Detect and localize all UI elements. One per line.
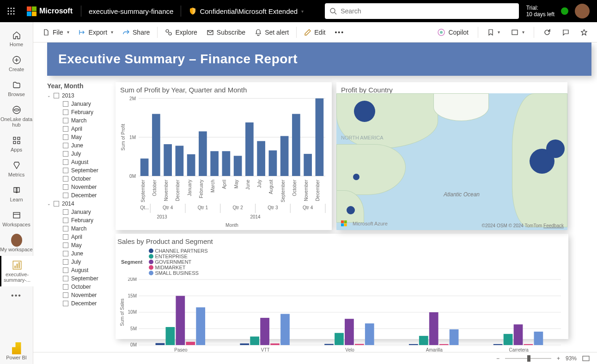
sales-by-product-chart[interactable]: Sales by Product and Segment Segment CHA… xyxy=(116,234,568,339)
month-label[interactable]: August xyxy=(71,159,88,165)
month-label[interactable]: September xyxy=(71,275,98,282)
month-label[interactable]: September xyxy=(71,167,98,174)
month-checkbox[interactable] xyxy=(63,118,68,123)
month-checkbox[interactable] xyxy=(63,243,68,248)
date-slicer[interactable]: Year, Month ⌄2013JanuaryFebruaryMarchApr… xyxy=(47,82,112,339)
nav-workspaces[interactable]: Workspaces xyxy=(0,206,33,231)
subscribe-button[interactable]: Subscribe xyxy=(203,27,249,38)
month-checkbox[interactable] xyxy=(63,292,68,298)
month-checkbox[interactable] xyxy=(63,284,68,290)
explore-button[interactable]: Explore xyxy=(161,27,201,38)
month-label[interactable]: July xyxy=(71,259,81,265)
month-label[interactable]: June xyxy=(71,250,83,257)
month-label[interactable]: October xyxy=(71,284,91,290)
month-checkbox[interactable] xyxy=(63,276,68,281)
month-checkbox[interactable] xyxy=(63,226,68,231)
file-menu[interactable]: File▾ xyxy=(39,27,73,38)
fit-page-icon[interactable] xyxy=(582,356,590,361)
nav-current-report[interactable]: executive-summary-... xyxy=(0,256,33,286)
zoom-slider[interactable] xyxy=(505,358,551,359)
copilot-button[interactable]: Copilot xyxy=(433,26,472,38)
year-label[interactable]: 2014 xyxy=(62,200,74,207)
month-checkbox[interactable] xyxy=(63,259,68,265)
month-checkbox[interactable] xyxy=(63,151,68,157)
nav-metrics[interactable]: Metrics xyxy=(0,156,33,181)
zoom-in[interactable]: + xyxy=(557,355,560,362)
month-label[interactable]: July xyxy=(71,151,81,157)
comment-button[interactable] xyxy=(558,27,573,38)
tree-caret-icon[interactable]: ⌄ xyxy=(47,93,51,98)
nav-learn[interactable]: Learn xyxy=(0,181,33,206)
favorite-button[interactable] xyxy=(577,27,591,38)
bookmark-button[interactable]: ▾ xyxy=(484,27,504,38)
month-checkbox[interactable] xyxy=(63,159,68,165)
month-checkbox[interactable] xyxy=(63,143,68,148)
sensitivity-label[interactable]: Confidential\Microsoft Extended ▾ xyxy=(185,7,307,15)
month-label[interactable]: February xyxy=(71,217,93,224)
nav-powerbi[interactable]: Power BI xyxy=(0,339,33,364)
month-label[interactable]: October xyxy=(71,176,91,182)
month-checkbox[interactable] xyxy=(63,134,68,140)
month-label[interactable]: May xyxy=(71,134,82,140)
month-label[interactable]: December xyxy=(71,300,97,307)
month-checkbox[interactable] xyxy=(63,234,68,240)
user-avatar[interactable] xyxy=(575,4,590,18)
month-checkbox[interactable] xyxy=(63,267,68,273)
more-actions[interactable]: ••• xyxy=(331,27,348,38)
nav-onelake[interactable]: OneLake data hub xyxy=(0,101,33,131)
month-checkbox[interactable] xyxy=(63,176,68,182)
map-bubble[interactable] xyxy=(354,101,375,122)
month-checkbox[interactable] xyxy=(63,184,68,190)
month-checkbox[interactable] xyxy=(63,193,68,198)
nav-create[interactable]: Create xyxy=(0,51,33,76)
month-checkbox[interactable] xyxy=(63,126,68,132)
nav-home[interactable]: Home xyxy=(0,26,33,51)
setalert-button[interactable]: Set alert xyxy=(251,27,292,38)
month-checkbox[interactable] xyxy=(63,109,68,115)
search-input[interactable] xyxy=(325,3,519,19)
month-checkbox[interactable] xyxy=(63,209,68,215)
month-label[interactable]: August xyxy=(71,267,88,273)
month-checkbox[interactable] xyxy=(63,251,68,256)
month-label[interactable]: May xyxy=(71,242,82,249)
year-label[interactable]: 2013 xyxy=(62,92,74,99)
breadcrumb[interactable]: executive-summary-finance xyxy=(85,7,177,15)
map-feedback-link[interactable]: Feedback xyxy=(543,223,564,228)
nav-browse[interactable]: Browse xyxy=(0,76,33,101)
month-checkbox[interactable] xyxy=(63,218,68,223)
map-bubble[interactable] xyxy=(546,140,565,158)
month-label[interactable]: April xyxy=(71,234,82,240)
view-button[interactable]: ▾ xyxy=(507,27,528,37)
month-label[interactable]: March xyxy=(71,117,86,124)
month-label[interactable]: November xyxy=(71,292,97,298)
map-bubble[interactable] xyxy=(353,174,359,180)
export-menu[interactable]: Export▾ xyxy=(75,27,117,38)
month-checkbox[interactable] xyxy=(63,301,68,306)
zoom-out[interactable]: − xyxy=(496,355,500,362)
month-label[interactable]: November xyxy=(71,184,97,190)
refresh-button[interactable] xyxy=(540,27,554,38)
year-checkbox[interactable] xyxy=(54,201,59,206)
nav-apps[interactable]: Apps xyxy=(0,131,33,156)
month-checkbox[interactable] xyxy=(63,168,68,173)
share-button[interactable]: Share xyxy=(119,27,153,38)
map-bubble[interactable] xyxy=(347,206,355,214)
month-label[interactable]: June xyxy=(71,142,83,149)
svg-rect-55 xyxy=(199,131,207,176)
year-checkbox[interactable] xyxy=(54,93,59,98)
profit-by-month-chart[interactable]: Sum of Profit by Year, Quarter and Month… xyxy=(116,82,332,230)
app-launcher-icon[interactable] xyxy=(4,4,18,18)
month-label[interactable]: December xyxy=(71,192,97,199)
month-checkbox[interactable] xyxy=(63,101,68,107)
edit-button[interactable]: Edit xyxy=(300,27,329,38)
status-dot-icon[interactable] xyxy=(560,6,569,16)
tree-caret-icon[interactable]: ⌄ xyxy=(47,201,51,206)
month-label[interactable]: April xyxy=(71,126,82,132)
profit-by-country-map[interactable]: Profit by Country xyxy=(336,82,567,230)
nav-my-workspace[interactable]: My workspace xyxy=(0,231,33,256)
month-label[interactable]: February xyxy=(71,109,93,115)
nav-more[interactable]: ••• xyxy=(0,286,33,305)
month-label[interactable]: January xyxy=(71,101,91,107)
month-label[interactable]: January xyxy=(71,209,91,215)
month-label[interactable]: March xyxy=(71,225,86,232)
